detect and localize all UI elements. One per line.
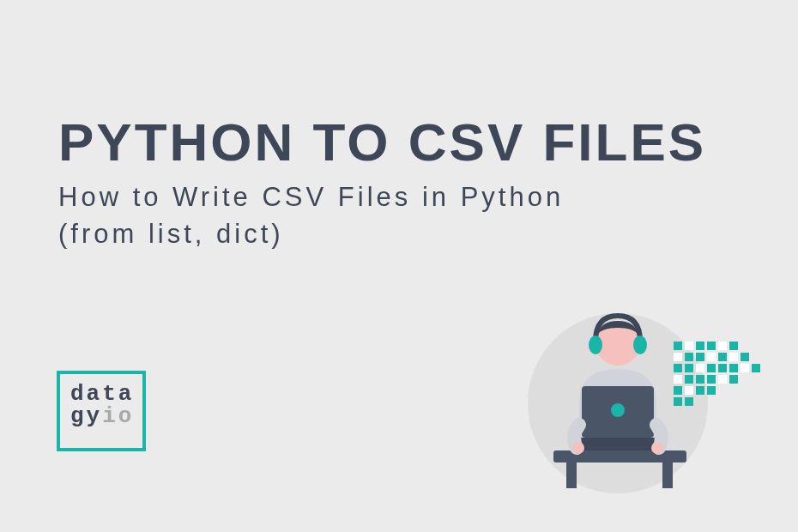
svg-rect-26	[729, 375, 738, 384]
svg-rect-20	[752, 364, 760, 372]
logo-io: io	[102, 403, 134, 429]
svg-rect-23	[696, 375, 704, 384]
svg-rect-33	[566, 462, 577, 488]
subtitle-line-1: How to Write CSV Files in Python	[58, 182, 564, 212]
svg-rect-5	[729, 342, 738, 350]
svg-rect-27	[674, 386, 682, 395]
svg-rect-34	[662, 462, 673, 488]
svg-rect-8	[696, 353, 704, 361]
svg-rect-18	[729, 364, 738, 372]
svg-rect-11	[729, 353, 738, 361]
person-laptop-illustration	[515, 292, 764, 498]
svg-rect-7	[685, 353, 693, 361]
svg-rect-1	[685, 342, 693, 350]
logo-text-line1: data	[70, 383, 132, 405]
hand-right-icon	[651, 442, 663, 454]
svg-rect-19	[741, 364, 749, 372]
headphones-right-icon	[633, 336, 647, 354]
svg-rect-9	[707, 353, 716, 361]
page-title: PYTHON TO CSV FILES	[58, 112, 706, 172]
logo-gy: gy	[70, 403, 102, 429]
svg-rect-21	[674, 375, 682, 384]
svg-rect-28	[685, 386, 693, 395]
svg-rect-29	[696, 386, 704, 395]
svg-rect-22	[685, 375, 693, 384]
svg-rect-24	[707, 375, 716, 384]
svg-rect-17	[718, 364, 727, 372]
svg-rect-2	[696, 342, 704, 350]
svg-rect-14	[685, 364, 693, 372]
svg-rect-0	[674, 342, 682, 350]
svg-rect-30	[707, 386, 716, 395]
svg-rect-15	[696, 364, 704, 372]
svg-rect-4	[718, 342, 727, 350]
headphones-left-icon	[589, 336, 602, 354]
svg-rect-12	[741, 353, 749, 361]
svg-rect-25	[718, 375, 727, 384]
hand-left-icon	[572, 442, 584, 454]
logo-text-line2: gyio	[70, 405, 132, 427]
subtitle-line-2: (from list, dict)	[58, 219, 284, 249]
brand-logo: data gyio	[57, 371, 146, 451]
svg-rect-16	[707, 364, 716, 372]
page-subtitle: How to Write CSV Files in Python (from l…	[58, 178, 564, 253]
svg-rect-31	[674, 397, 682, 406]
svg-rect-32	[685, 397, 693, 406]
svg-rect-13	[674, 364, 682, 372]
svg-rect-6	[674, 353, 682, 361]
laptop-logo-icon	[611, 403, 625, 417]
svg-rect-10	[718, 353, 727, 361]
svg-rect-3	[707, 342, 716, 350]
laptop-base-icon	[575, 438, 661, 450]
